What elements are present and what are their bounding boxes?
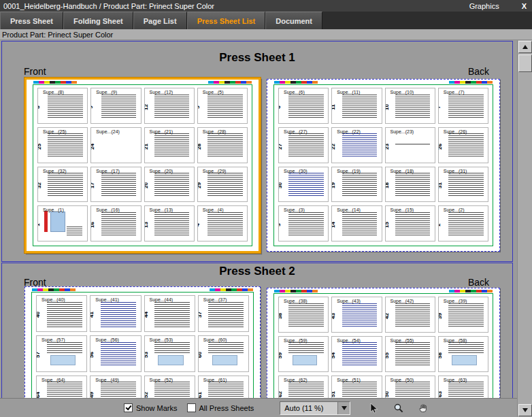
all-press-sheets-checkbox[interactable]: All Press Sheets [187,403,254,412]
pointer-tool-button[interactable] [367,401,382,416]
page-thumbnail[interactable]: Supe...(20)20 [145,167,194,202]
page-thumbnail[interactable]: Supe...(57)57 [37,336,86,371]
zoom-dropdown[interactable]: Auto (11 %) [280,401,350,415]
page-label: Supe...(63) [444,378,467,382]
page-thumbnail[interactable]: Supe...(59)59 [279,337,328,371]
page-thumbnail[interactable]: Supe...(43)43 [332,297,381,332]
page-thumbnail[interactable]: Supe...(24)24 [91,128,140,163]
page-thumbnail[interactable]: Supe...(58)58 [439,337,488,371]
press-sheet-title: Press Sheet 1 [2,51,512,65]
page-thumbnail[interactable]: Supe...(12)12 [145,88,194,123]
page-thumbnail[interactable]: Supe...(56)56 [90,336,140,371]
page-thumbnail[interactable]: Supe...(8)8 [38,88,87,123]
magnifier-icon [393,403,404,414]
page-thumbnail[interactable]: Supe...(7)7 [439,88,488,123]
page-thumbnail[interactable]: Supe...(27)27 [279,128,328,163]
page-thumbnail[interactable]: Supe...(31)31 [439,167,488,202]
scrollbar-thumb[interactable] [518,54,532,72]
page-content-preview [154,342,190,354]
zoom-tool-button[interactable] [391,401,406,416]
page-thumbnail[interactable]: Supe...(6)6 [279,88,328,123]
page-thumbnail[interactable]: Supe...(55)55 [386,337,435,371]
color-patch [33,81,39,84]
page-thumbnail[interactable]: Supe...(60)60 [199,336,248,371]
page-number: 41 [90,312,95,318]
page-thumbnail[interactable]: Supe...(38)38 [279,297,328,332]
page-thumbnail[interactable]: Supe...(3)3 [279,206,328,241]
page-number: 3 [279,223,282,226]
hand-tool-button[interactable] [416,401,431,416]
page-content-preview [154,173,189,197]
page-thumbnail[interactable]: Supe...(22)22 [332,128,381,163]
page-thumbnail[interactable]: Supe...(32)32 [38,167,87,202]
show-marks-checkbox-box[interactable] [124,403,133,412]
page-label: Supe...(14) [337,207,361,212]
page-label: Supe...(2) [444,207,465,212]
page-thumbnail[interactable]: Supe...(15)15 [386,206,435,241]
page-number: 14 [332,222,336,228]
page-thumbnail[interactable]: Supe...(13)13 [145,206,194,241]
page-content-preview [67,227,82,236]
page-thumbnail[interactable]: Supe...(29)29 [198,167,247,202]
page-thumbnail[interactable]: Supe...(42)42 [386,297,435,332]
zoom-dropdown-arrow-button[interactable] [337,402,350,414]
page-thumbnail[interactable]: Supe...(19)19 [332,167,381,202]
color-patch [225,81,230,84]
press-sheet-1-back-preview[interactable]: Supe...(6)6Supe...(11)11Supe...(10)10Sup… [267,79,500,252]
close-button[interactable]: X [520,2,529,10]
page-thumbnail[interactable]: Supe...(10)10 [386,88,435,123]
graphics-label[interactable]: Graphics [469,2,499,10]
page-thumbnail[interactable]: Supe...(53)53 [145,336,195,371]
page-thumbnail[interactable]: Supe...(1)1 [38,206,87,241]
page-thumbnail[interactable]: Supe...(25)25 [38,128,87,163]
page-thumbnail[interactable]: Supe...(23)23 [386,128,435,163]
page-thumbnail[interactable]: Supe...(16)16 [91,206,140,241]
press-sheet-1-front-preview[interactable]: Supe...(8)8Supe...(9)9Supe...(12)12Supe.… [24,78,261,253]
scroll-up-button[interactable] [518,41,532,53]
page-thumbnail[interactable]: Supe...(11)11 [332,88,381,123]
tab-page-list[interactable]: Page List [133,12,187,29]
page-thumbnail[interactable]: Supe...(30)30 [279,167,328,202]
page-thumbnail[interactable]: Supe...(2)2 [439,206,488,241]
page-thumbnail[interactable]: Supe...(4)4 [198,206,247,241]
page-thumbnail[interactable]: Supe...(21)21 [145,128,194,163]
page-label: Supe...(23) [390,129,414,134]
page-thumbnail[interactable]: Supe...(9)9 [91,88,140,123]
page-thumbnail[interactable]: Supe...(39)39 [439,297,488,332]
page-thumbnail[interactable]: Supe...(40)40 [37,296,86,331]
page-number: 16 [91,222,95,228]
page-label: Supe...(50) [390,378,414,382]
press-sheet-list-canvas[interactable]: Press Sheet 1FrontBackSupe...(8)8Supe...… [0,40,517,417]
page-thumbnail[interactable]: Supe...(26)26 [439,128,488,163]
page-thumbnail[interactable]: Supe...(17)17 [91,167,140,202]
all-press-sheets-checkbox-box[interactable] [187,403,196,412]
vertical-scrollbar[interactable] [517,40,532,417]
page-thumbnail[interactable]: Supe...(54)54 [332,337,381,371]
page-thumbnail[interactable]: Supe...(37)37 [199,296,248,331]
page-thumbnail[interactable]: Supe...(18)18 [386,167,435,202]
page-thumbnail[interactable]: Supe...(44)44 [145,296,195,331]
page-label: Supe...(54) [337,338,361,343]
color-patch [230,81,235,84]
page-number: 26 [439,144,443,150]
show-marks-checkbox[interactable]: Show Marks [124,403,178,412]
page-label: Supe...(42) [390,299,414,303]
tab-press-sheet-list[interactable]: Press Sheet List [187,12,266,29]
page-thumbnail[interactable]: Supe...(14)14 [332,206,381,241]
page-number: 6 [279,105,282,108]
tab-document[interactable]: Document [265,12,322,29]
tab-press-sheet[interactable]: Press Sheet [0,12,63,29]
page-thumbnail[interactable]: Supe...(28)28 [198,128,247,163]
tab-folding-sheet[interactable]: Folding Sheet [63,12,133,29]
pages-grid: Supe...(8)8Supe...(9)9Supe...(12)12Supe.… [38,88,247,241]
page-thumbnail[interactable]: Supe...(5)5 [198,88,247,123]
page-label: Supe...(60) [203,337,227,342]
page-thumbnail[interactable]: Supe...(41)41 [90,296,140,331]
color-control-bar [208,81,252,84]
color-patch [235,81,241,84]
scroll-down-button[interactable] [518,404,532,416]
page-label: Supe...(44) [150,297,173,302]
page-content-preview [288,133,323,158]
color-patch [301,290,307,293]
color-patch [449,81,454,84]
